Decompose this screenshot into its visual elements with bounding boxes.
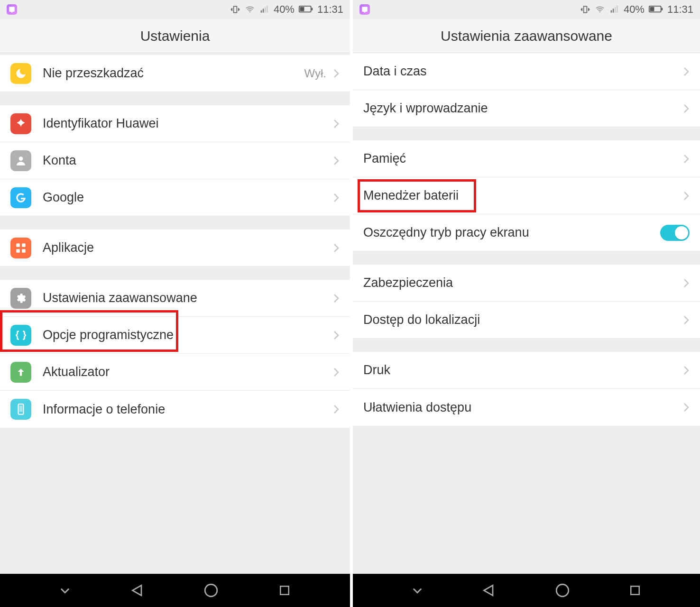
signal-icon <box>609 5 620 14</box>
svg-rect-25 <box>650 7 654 11</box>
svg-rect-21 <box>613 9 614 12</box>
svg-rect-7 <box>311 8 313 10</box>
status-bar: 40% 11:31 <box>353 0 700 19</box>
chevron-right-icon <box>683 402 690 413</box>
chevron-right-icon <box>683 314 690 326</box>
svg-rect-23 <box>617 6 618 13</box>
svg-rect-11 <box>16 249 20 253</box>
nav-caret-icon[interactable] <box>58 584 72 597</box>
row-label: Zabezpieczenia <box>363 276 683 290</box>
chevron-right-icon <box>333 242 340 254</box>
row-label: Aktualizator <box>43 365 333 379</box>
chevron-right-icon <box>333 404 340 415</box>
svg-rect-3 <box>265 7 266 13</box>
nav-recent-icon[interactable] <box>628 583 642 598</box>
wifi-icon <box>594 5 606 14</box>
row-label: Nie przeszkadzać <box>43 66 304 81</box>
svg-rect-20 <box>611 10 612 13</box>
row-about-phone[interactable]: Informacje o telefonie <box>0 391 350 428</box>
svg-rect-26 <box>661 8 663 10</box>
settings-list[interactable]: Nie przeszkadzać Wył. Identyfikator Huaw… <box>0 53 350 574</box>
battery-icon <box>648 6 663 13</box>
clock-text: 11:31 <box>667 3 693 16</box>
row-apps[interactable]: Aplikacje <box>0 230 350 267</box>
nav-home-icon[interactable] <box>554 582 571 598</box>
page-title: Ustawienia <box>0 19 350 53</box>
person-icon <box>10 150 31 171</box>
clock-text: 11:31 <box>317 3 343 16</box>
row-do-not-disturb[interactable]: Nie przeszkadzać Wył. <box>0 55 350 92</box>
row-updater[interactable]: Aktualizator <box>0 354 350 391</box>
svg-point-27 <box>556 584 569 597</box>
status-bar: 40% 11:31 <box>0 0 350 19</box>
row-advanced-settings[interactable]: Ustawienia zaawansowane <box>0 280 350 317</box>
battery-percent: 40% <box>624 3 645 16</box>
huawei-icon <box>10 113 31 134</box>
page-title: Ustawienia zaawansowane <box>353 19 700 53</box>
nav-recent-icon[interactable] <box>277 583 292 598</box>
eco-screen-toggle[interactable] <box>660 225 690 241</box>
row-print[interactable]: Druk <box>353 352 700 389</box>
svg-rect-16 <box>19 405 23 412</box>
svg-rect-4 <box>267 6 268 13</box>
nav-caret-icon[interactable] <box>411 584 424 597</box>
nav-bar <box>0 574 350 607</box>
wifi-icon <box>244 5 256 14</box>
row-label: Aplikacje <box>43 240 333 255</box>
row-label: Identyfikator Huawei <box>43 116 333 131</box>
svg-point-19 <box>599 11 601 13</box>
svg-point-0 <box>249 11 251 13</box>
row-label: Ułatwienia dostępu <box>363 400 683 415</box>
advanced-settings-list[interactable]: Data i czas Język i wprowadzanie Pamięć … <box>353 53 700 574</box>
chevron-right-icon <box>333 68 340 79</box>
braces-icon <box>10 325 31 346</box>
row-google[interactable]: Google <box>0 179 350 216</box>
row-accessibility[interactable]: Ułatwienia dostępu <box>353 389 700 426</box>
chevron-right-icon <box>333 367 340 378</box>
battery-percent: 40% <box>274 3 295 16</box>
row-eco-screen[interactable]: Oszczędny tryb pracy ekranu <box>353 214 700 251</box>
chevron-right-icon <box>333 330 340 341</box>
row-memory[interactable]: Pamięć <box>353 140 700 177</box>
nav-bar <box>353 574 700 607</box>
row-developer-options[interactable]: Opcje programistyczne <box>0 317 350 354</box>
row-label: Ustawienia zaawansowane <box>43 291 333 305</box>
row-location-access[interactable]: Dostęp do lokalizacji <box>353 302 700 339</box>
phone-right: 40% 11:31 Ustawienia zaawansowane Data i… <box>350 0 700 607</box>
nav-home-icon[interactable] <box>203 582 219 598</box>
chevron-right-icon <box>683 153 690 165</box>
row-security[interactable]: Zabezpieczenia <box>353 265 700 302</box>
row-accounts[interactable]: Konta <box>0 142 350 179</box>
apps-icon <box>10 238 31 258</box>
svg-rect-18 <box>280 586 289 595</box>
chevron-right-icon <box>683 365 690 376</box>
svg-rect-1 <box>261 10 262 13</box>
vibrate-icon <box>580 5 590 14</box>
phone-left: 40% 11:31 Ustawienia Nie przeszkadzać Wy… <box>0 0 350 607</box>
chevron-right-icon <box>333 118 340 129</box>
row-label: Konta <box>43 153 333 168</box>
row-label: Menedżer baterii <box>363 188 683 203</box>
phone-info-icon <box>10 399 31 420</box>
row-label: Dostęp do lokalizacji <box>363 313 683 327</box>
row-language-input[interactable]: Język i wprowadzanie <box>353 90 700 127</box>
gear-icon <box>10 288 31 309</box>
chevron-right-icon <box>333 293 340 304</box>
row-date-time[interactable]: Data i czas <box>353 53 700 90</box>
row-battery-manager[interactable]: Menedżer baterii <box>353 177 700 214</box>
chevron-right-icon <box>333 192 340 203</box>
svg-rect-6 <box>300 7 304 11</box>
svg-rect-22 <box>615 7 616 13</box>
row-label: Pamięć <box>363 151 683 166</box>
chevron-right-icon <box>683 66 690 77</box>
svg-point-17 <box>205 584 218 597</box>
svg-rect-9 <box>16 243 20 247</box>
row-huawei-id[interactable]: Identyfikator Huawei <box>0 105 350 142</box>
nav-back-icon[interactable] <box>481 583 497 598</box>
viber-icon <box>359 4 370 15</box>
google-icon <box>10 187 31 208</box>
row-label: Informacje o telefonie <box>43 402 333 417</box>
viber-icon <box>7 4 17 15</box>
nav-back-icon[interactable] <box>130 583 145 598</box>
row-label: Druk <box>363 363 683 377</box>
